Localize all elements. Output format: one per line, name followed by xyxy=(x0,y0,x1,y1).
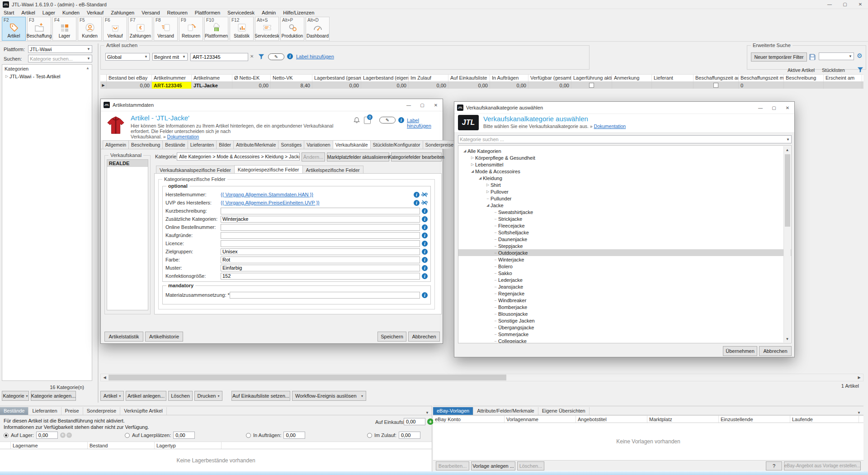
tree-vscrollbar[interactable]: ▲ ▼ xyxy=(783,146,791,342)
tree-item[interactable]: ▷ Pullover xyxy=(458,188,791,195)
column-header[interactable]: Anmerkung xyxy=(612,75,652,81)
stammdaten-tab[interactable]: Attribute/Merkmale xyxy=(233,140,278,149)
tree-item[interactable]: – Bolero xyxy=(458,263,791,270)
template-variable-link[interactable]: {{ Vorgang.Allgemein.Stammdaten.HAN }} xyxy=(221,192,412,197)
help-button[interactable]: ? xyxy=(766,461,782,470)
column-header[interactable]: Kurzbeschreib... xyxy=(862,75,863,81)
template-variable-link[interactable]: {{ Vorgang.Allgemein.PreiseEinheiten.UVP… xyxy=(221,200,412,205)
tree-expander-icon[interactable]: ▷ xyxy=(470,156,475,160)
tree-expander-icon[interactable]: – xyxy=(493,312,498,316)
abbrechen-button[interactable]: Abbrechen xyxy=(408,332,440,342)
results-table-row[interactable]: ▶ 0,00 ART-123345 JTL-Jacke 0,00 xyxy=(100,82,863,89)
column-header[interactable]: Lagerbestand (gesamt) xyxy=(312,75,361,81)
tree-expander-icon[interactable]: – xyxy=(493,332,498,336)
tree-item[interactable]: – Pullunder xyxy=(458,195,791,202)
ebay-angebot-erstellen-button[interactable]: eBay-Angebot aus Vorlage erstellen... xyxy=(784,461,861,470)
lager-column-header[interactable]: Lagertyp xyxy=(155,442,222,449)
tree-item[interactable]: ▷ Lebensmittel xyxy=(458,161,791,168)
verkaufskanal-item[interactable]: REALDE xyxy=(107,160,148,167)
tree-expander-icon[interactable]: – xyxy=(493,244,498,248)
menu-item[interactable]: Artikel xyxy=(18,10,39,15)
kategorie-menu-button[interactable]: Kategorie▾ xyxy=(2,391,29,401)
tree-expander-icon[interactable]: – xyxy=(493,285,498,289)
tree-item[interactable]: – Windbreaker xyxy=(458,297,791,304)
stammdaten-tab[interactable]: Variationen xyxy=(304,140,333,149)
field-info-icon[interactable]: i xyxy=(422,208,428,214)
dialog-minimize-button[interactable]: — xyxy=(402,99,415,111)
menu-item[interactable]: Verkauf xyxy=(83,10,107,15)
marktplatzfelder-button[interactable]: Marktplatzfelder aktualisieren xyxy=(327,152,389,162)
tree-item[interactable]: – Sonstige Jacken xyxy=(458,317,791,324)
ebay-bearbeiten-button[interactable]: Bearbeiten... xyxy=(436,461,469,470)
field-info-icon[interactable]: i xyxy=(422,216,428,222)
column-header[interactable]: Beschaffungszeit auto... xyxy=(693,75,739,81)
ebay-column-header[interactable]: Laufende xyxy=(790,416,859,423)
dokumentation-link[interactable]: Dokumentation xyxy=(167,134,199,139)
unlink-icon[interactable] xyxy=(421,200,428,206)
stuecklisten-toggle[interactable]: Stücklisten xyxy=(822,67,845,73)
field-input[interactable] xyxy=(221,273,420,280)
bestand-tab[interactable]: Sonderpreise xyxy=(83,407,120,415)
decrement-icon[interactable]: − xyxy=(66,432,72,438)
tree-expander-icon[interactable]: – xyxy=(493,251,498,255)
bestand-tab[interactable]: Preise xyxy=(61,407,83,415)
dialog-close-button[interactable]: ✕ xyxy=(429,99,443,111)
tree-expander-icon[interactable]: ▷ xyxy=(470,162,475,166)
ebay-column-header[interactable]: Marktplatz xyxy=(647,416,719,423)
menu-item[interactable]: Retouren xyxy=(164,10,191,15)
menu-item[interactable]: Lager xyxy=(39,10,59,15)
toolbar-artikel-button[interactable]: F2 Artikel xyxy=(2,17,26,41)
ebay-column-header[interactable]: Vorlagenname xyxy=(505,416,576,423)
tree-expander-icon[interactable]: – xyxy=(485,196,491,200)
stammdaten-tab[interactable]: Bestände xyxy=(162,140,188,149)
tree-item[interactable]: – Bomberjacke xyxy=(458,304,791,310)
bestand-radio[interactable] xyxy=(4,433,9,438)
field-info-icon[interactable]: i xyxy=(422,273,428,279)
artikelstatistik-button[interactable]: Artikelstatistik xyxy=(104,332,143,342)
dialog-maximize-button[interactable]: ▢ xyxy=(415,99,429,111)
platform-select[interactable]: JTL-Wawi▼ xyxy=(28,45,92,53)
toolbar-zahlungen-button[interactable]: F7 € Zahlungen xyxy=(128,17,152,41)
field-info-icon[interactable]: i xyxy=(422,265,428,271)
dialog-titlebar[interactable]: JTL Verkaufskanalkategorie auswählen — ▢… xyxy=(454,102,794,114)
tree-expander-icon[interactable]: – xyxy=(493,278,498,282)
column-header[interactable]: Beschreibung xyxy=(784,75,824,81)
stammdaten-tab[interactable]: Beschreibung xyxy=(128,140,163,149)
minimize-button[interactable]: — xyxy=(822,0,837,9)
bestand-value-input[interactable] xyxy=(36,432,58,439)
stammdaten-tab[interactable]: Lieferanten xyxy=(188,140,217,149)
scroll-down-arrow[interactable]: ▼ xyxy=(784,335,791,342)
field-info-icon[interactable]: i xyxy=(414,192,420,198)
kategorie-pfad-field[interactable]: Alle Kategorien > Mode & Accessoires > K… xyxy=(177,152,300,161)
tree-item[interactable]: – Strickjacke xyxy=(458,215,791,222)
tree-expander-icon[interactable]: – xyxy=(493,305,498,309)
edit-labels-pill-button[interactable]: ✎ xyxy=(379,117,396,124)
loeschen-button[interactable]: Löschen xyxy=(168,391,193,401)
tree-expander-icon[interactable]: – xyxy=(493,223,498,228)
tree-item[interactable]: – Outdoorjacke xyxy=(458,249,791,256)
dialog-minimize-button[interactable]: — xyxy=(754,102,767,114)
results-filter-icon[interactable] xyxy=(857,66,863,73)
workflow-button[interactable]: Workflow-Ereignis auslösen▾ xyxy=(292,391,366,401)
column-header[interactable]: Ø Netto-EK xyxy=(232,75,271,81)
clear-search-icon[interactable]: ✕ xyxy=(250,54,254,59)
info-icon[interactable]: i xyxy=(287,53,293,59)
column-header[interactable]: Verfügbar (gesamt) xyxy=(528,75,571,81)
column-header[interactable]: Artikelnummer xyxy=(152,75,192,81)
vscroll-thumb[interactable] xyxy=(785,154,790,227)
menu-item[interactable]: Versand xyxy=(138,10,163,15)
category-tree-item[interactable]: ▷ JTL-Wawi - Test-Artikel xyxy=(2,73,92,80)
tree-item[interactable]: ◢ Mode & Accessoires xyxy=(458,168,791,175)
ebay-tab[interactable]: eBay-Vorlagen xyxy=(433,407,473,415)
article-image[interactable] xyxy=(105,114,126,137)
tree-item[interactable]: – Sommerjacke xyxy=(458,331,791,337)
close-button[interactable]: ✕ xyxy=(853,0,868,9)
neuer-filter-button[interactable]: Neuer temporärer Filter xyxy=(751,52,807,62)
tree-expander-icon[interactable]: ◢ xyxy=(477,176,483,180)
tree-expander-icon[interactable]: – xyxy=(493,264,498,268)
tree-item[interactable]: – Sakko xyxy=(458,270,791,276)
column-header[interactable]: Netto-VK xyxy=(271,75,312,81)
scroll-right-arrow[interactable]: ▶ xyxy=(855,374,863,381)
field-input[interactable] xyxy=(221,256,420,263)
tree-item[interactable]: – Softshelljacke xyxy=(458,229,791,236)
